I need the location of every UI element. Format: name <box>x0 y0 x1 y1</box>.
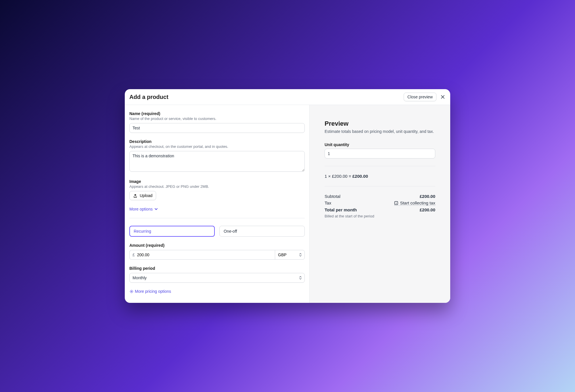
more-options-link[interactable]: More options <box>129 207 158 211</box>
billing-period-value: Monthly <box>133 276 147 280</box>
name-help: Name of the product or service, visible … <box>129 116 305 121</box>
start-collecting-tax-link[interactable]: Start collecting tax <box>394 200 435 206</box>
tax-label: Tax <box>325 200 331 206</box>
total-label: Total per month <box>325 207 357 212</box>
add-product-modal: Add a product Close preview Name (requir… <box>125 89 450 303</box>
name-field: Name (required) Name of the product or s… <box>129 111 305 133</box>
name-label: Name (required) <box>129 111 305 116</box>
unit-quantity-field: Unit quantity <box>325 142 435 158</box>
billing-period-label: Billing period <box>129 266 305 271</box>
billing-period-field: Billing period Monthly <box>129 266 305 283</box>
amount-row: £ GBP <box>129 250 305 260</box>
chevron-down-icon <box>154 207 158 211</box>
more-pricing-link[interactable]: More pricing options <box>129 289 171 294</box>
upload-button[interactable]: Upload <box>129 191 156 200</box>
amount-input[interactable] <box>137 250 272 259</box>
recurring-toggle[interactable]: Recurring <box>129 226 215 237</box>
modal-title: Add a product <box>129 94 168 100</box>
tax-row: Tax Start collecting tax <box>325 200 435 206</box>
billed-note: Billed at the start of the period <box>325 214 435 218</box>
unit-quantity-label: Unit quantity <box>325 142 435 147</box>
billing-period-select[interactable]: Monthly <box>129 273 305 283</box>
subtotal-value: £200.00 <box>420 194 435 199</box>
unit-quantity-input[interactable] <box>325 149 435 158</box>
section-divider <box>129 218 305 218</box>
gear-icon <box>129 289 134 294</box>
calc-prefix: 1 × £200.00 = <box>325 174 352 179</box>
preview-divider <box>325 186 435 186</box>
amount-label: Amount (required) <box>129 243 305 248</box>
description-field: Description Appears at checkout, on the … <box>129 139 305 173</box>
amount-field: Amount (required) £ GBP <box>129 243 305 260</box>
calc-total: £200.00 <box>352 174 368 179</box>
amount-input-wrap: £ <box>129 250 275 260</box>
preview-divider <box>325 166 435 166</box>
modal-body: Name (required) Name of the product or s… <box>125 105 450 303</box>
currency-symbol: £ <box>133 253 135 257</box>
subtotal-row: Subtotal £200.00 <box>325 194 435 199</box>
total-row: Total per month £200.00 <box>325 207 435 212</box>
tax-action-label: Start collecting tax <box>400 200 435 205</box>
upload-label: Upload <box>140 193 152 198</box>
subtotal-label: Subtotal <box>325 194 340 199</box>
preview-title: Preview <box>325 120 435 127</box>
currency-value: GBP <box>278 253 287 257</box>
modal-header: Add a product Close preview <box>125 89 450 105</box>
description-input[interactable]: This is a demonstration <box>129 151 305 172</box>
preview-help: Estimate totals based on pricing model, … <box>325 129 435 134</box>
info-icon <box>394 201 398 205</box>
total-value: £200.00 <box>420 207 435 212</box>
close-icon[interactable] <box>440 94 446 100</box>
form-pane: Name (required) Name of the product or s… <box>125 105 309 303</box>
calculation-line: 1 × £200.00 = £200.00 <box>325 174 435 179</box>
description-label: Description <box>129 139 305 144</box>
header-actions: Close preview <box>404 93 446 101</box>
more-pricing-label: More pricing options <box>135 289 171 294</box>
description-help: Appears at checkout, on the customer por… <box>129 144 305 149</box>
name-input[interactable] <box>129 123 305 133</box>
billing-period-select-wrap: Monthly <box>129 273 305 283</box>
close-preview-button[interactable]: Close preview <box>404 93 436 101</box>
svg-point-2 <box>131 291 132 292</box>
image-field: Image Appears at checkout. JPEG or PNG u… <box>129 179 305 200</box>
currency-select[interactable]: GBP <box>275 250 305 260</box>
more-options-label: More options <box>129 207 153 211</box>
billing-type-toggle: Recurring One-off <box>129 226 305 237</box>
one-off-toggle[interactable]: One-off <box>219 226 305 237</box>
upload-icon <box>133 194 137 198</box>
preview-pane: Preview Estimate totals based on pricing… <box>309 105 450 303</box>
currency-select-wrap: GBP <box>275 250 305 260</box>
image-help: Appears at checkout. JPEG or PNG under 2… <box>129 184 305 189</box>
image-label: Image <box>129 179 305 184</box>
